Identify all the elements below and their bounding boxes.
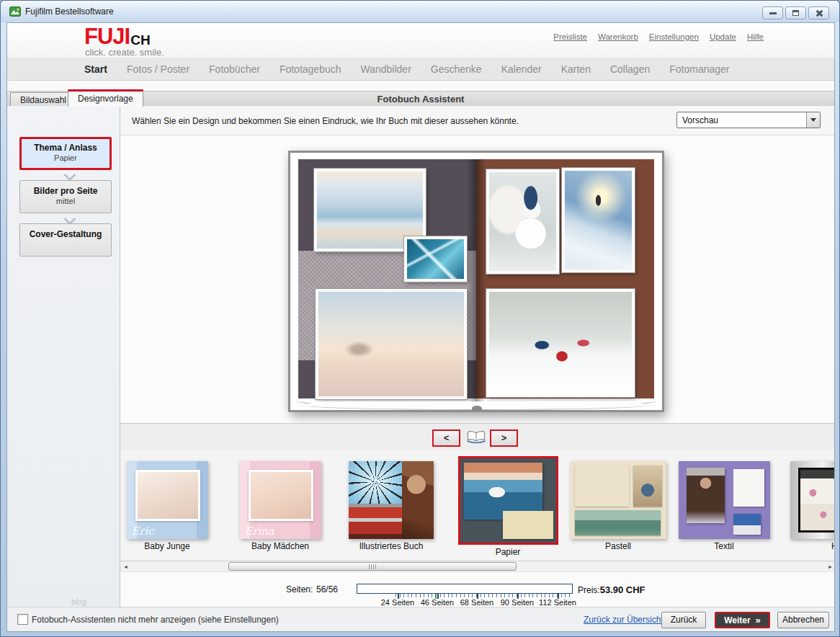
design-thumb-baby-maedchen[interactable]: Erina Baby Mädchen [237, 461, 323, 551]
app-window: Fujifilm Bestellsoftware FUJI CH click. … [0, 0, 840, 637]
tick-label-90: 90 Seiten [494, 598, 540, 607]
design-preview-hochzeit [790, 461, 835, 539]
window-title: Fujifilm Bestellsoftware [25, 6, 114, 17]
book-page-left [298, 159, 476, 401]
london-bus-photo [349, 504, 402, 539]
book-photo-snowboarder [562, 168, 635, 272]
link-hilfe[interactable]: Hilfe [747, 32, 764, 41]
menu-item-collagen[interactable]: Collagen [610, 63, 650, 75]
book-photo-foggy-landscape [316, 289, 467, 399]
tab-bildauswahl[interactable]: Bildauswahl [10, 92, 76, 107]
design-preview-textil [679, 461, 770, 539]
price-value: 53.90 CHF [600, 584, 645, 595]
scrollbar-thumb[interactable] [228, 562, 517, 571]
design-thumb-textil[interactable]: Textil [677, 461, 771, 551]
footer-bar: Fotobuch-Assistenten nicht mehr anzeigen… [7, 607, 834, 632]
restore-icon [792, 10, 799, 16]
instruction-bar: Wählen Sie ein Design und bekommen Sie e… [120, 106, 835, 135]
menu-item-wandbilder[interactable]: Wandbilder [361, 63, 411, 75]
pages-value: 56/56 [316, 584, 338, 594]
design-thumb-hochzeit[interactable]: Hoch [787, 461, 835, 551]
sidebar-step-cover-gestaltung[interactable]: Cover-Gestaltung [19, 223, 112, 257]
menu-item-kalender[interactable]: Kalender [501, 63, 542, 75]
link-update[interactable]: Update [710, 32, 736, 41]
menu-item-fotos-poster[interactable]: Fotos / Poster [127, 63, 189, 75]
book-spine-notch [472, 406, 482, 411]
restore-button[interactable] [785, 6, 806, 19]
step-title: Bilder pro Seite [20, 186, 111, 196]
main-menu: Start Fotos / Poster Fotobücher Fototage… [7, 58, 834, 81]
assistant-content: Thema / Anlass Papier Bilder pro Seite m… [7, 106, 834, 607]
chevron-down-icon [64, 169, 76, 182]
design-thumb-papier[interactable]: Papier [457, 456, 558, 557]
portrait-photo [687, 468, 725, 524]
dont-show-again-checkbox[interactable] [17, 614, 28, 625]
logo-tagline: click. create. smile. [85, 47, 164, 58]
logo-ch-text: CH [130, 33, 150, 47]
link-preisliste[interactable]: Preisliste [553, 32, 587, 41]
menu-item-geschenke[interactable]: Geschenke [431, 63, 482, 75]
header-links: Preisliste Warenkorb Einstellungen Updat… [553, 32, 764, 41]
pages-price-row: Seiten: 56/56 24 Seiten 46 Seiten 68 Sei… [120, 573, 835, 607]
slider-tick-marks [396, 594, 572, 597]
fuji-logo: FUJI CH [84, 25, 151, 48]
design-label: Papier [457, 547, 558, 557]
link-einstellungen[interactable]: Einstellungen [649, 32, 699, 41]
tab-designvorlage[interactable]: Designvorlage [68, 89, 143, 107]
back-button[interactable]: Zurück [661, 612, 706, 628]
menu-item-fototagebuch[interactable]: Fototagebuch [280, 63, 341, 75]
app-header: FUJI CH click. create. smile. Preisliste… [7, 23, 834, 58]
step-value: mittel [20, 197, 111, 205]
next-page-button[interactable]: > [490, 429, 518, 447]
scroll-right-button[interactable]: ► [825, 562, 835, 571]
design-label: Illustriertes Buch [347, 541, 435, 551]
price-label: Preis: [578, 585, 600, 595]
design-preview-illustriertes-buch [349, 461, 434, 539]
prev-page-button[interactable]: < [432, 429, 460, 447]
close-icon [816, 9, 823, 17]
book-spine [467, 159, 486, 401]
cancel-button[interactable]: Abbrechen [777, 612, 829, 628]
wedding-cake-photo [798, 468, 835, 533]
link-warenkorb[interactable]: Warenkorb [598, 32, 638, 41]
menu-item-start[interactable]: Start [84, 63, 107, 75]
design-label: Hoch [787, 541, 835, 551]
chevron-down-icon [806, 112, 820, 128]
design-label: Baby Junge [124, 541, 210, 551]
checkbox-label: Fotobuch-Assistenten nicht mehr anzeigen… [32, 615, 279, 625]
tick-label-112: 112 Seiten [535, 598, 581, 607]
pages-slider-track[interactable] [357, 584, 573, 594]
menu-item-karten[interactable]: Karten [561, 63, 591, 75]
design-thumb-illustriertes-buch[interactable]: Illustriertes Buch [347, 461, 435, 551]
back-to-overview-link[interactable]: Zurück zur Übersicht [584, 615, 663, 625]
design-thumb-baby-junge[interactable]: Eric Baby Junge [124, 461, 210, 551]
book-page-right [476, 159, 654, 401]
photobook-preview [288, 151, 664, 412]
design-carousel: Eric Baby Junge Erina Baby Mädchen [120, 450, 835, 561]
menu-item-fotobuecher[interactable]: Fotobücher [209, 63, 260, 75]
view-mode-value: Vorschau [682, 115, 718, 125]
minimize-button[interactable] [762, 6, 783, 19]
close-button[interactable] [808, 6, 829, 19]
design-thumb-pastell[interactable]: Pastell [570, 461, 666, 551]
app-icon [9, 6, 21, 17]
design-label: Textil [677, 541, 771, 551]
sidebar-step-thema-anlass[interactable]: Thema / Anlass Papier [19, 137, 112, 170]
menu-item-fotomanager[interactable]: Fotomanager [669, 63, 729, 75]
scroll-left-button[interactable]: ◄ [120, 562, 131, 571]
view-mode-select[interactable]: Vorschau [676, 112, 821, 128]
lake-photo [575, 510, 660, 535]
next-button[interactable]: Weiter» [715, 612, 770, 628]
design-overlay-text: Erina [244, 525, 274, 538]
baby-photo [135, 470, 200, 521]
carousel-scrollbar[interactable]: ◄ ► [120, 561, 835, 572]
step-title: Thema / Anlass [22, 143, 110, 153]
double-chevron-icon: » [756, 615, 761, 625]
shoes-photo [733, 514, 761, 534]
book-photo-horse-snowman [486, 169, 559, 274]
sidebar-step-bilder-pro-seite[interactable]: Bilder pro Seite mittel [19, 180, 112, 213]
open-book-icon [466, 430, 486, 445]
title-bar: Fujifilm Bestellsoftware [1, 1, 839, 22]
railway-photo [575, 466, 628, 506]
watermark-text: blog [71, 597, 86, 606]
